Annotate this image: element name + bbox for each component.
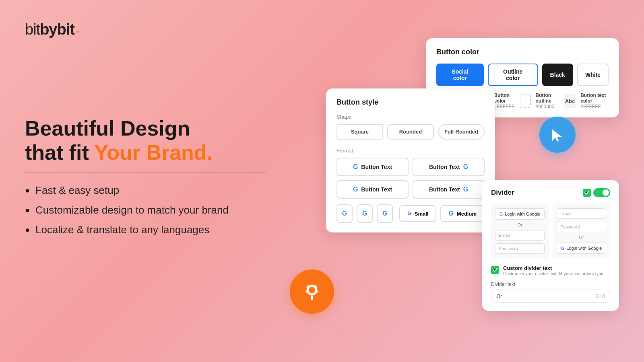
- custom-divider-title: Custom divider text: [503, 265, 603, 271]
- custom-divider-row: Custom divider text Customize your divid…: [491, 265, 610, 276]
- mini-password-right[interactable]: Password: [557, 222, 606, 232]
- g-icon-small: G: [407, 211, 411, 216]
- custom-divider-check-icon: [493, 268, 497, 272]
- medium-size-button[interactable]: G Medium: [440, 205, 485, 222]
- mini-panel-left: G Login with Google Or Email Password: [491, 204, 549, 259]
- mini-g-icon-left: G: [500, 212, 503, 216]
- feature-item-2: Customizable design to match your brand: [25, 204, 266, 216]
- svg-rect-2: [311, 296, 313, 300]
- social-color-button[interactable]: Social color: [436, 64, 484, 86]
- format-btn-4-text: Button Text: [429, 186, 460, 193]
- hero-section: Beautiful Design that fit Your Brand. Fa…: [25, 117, 266, 243]
- custom-divider-text: Custom divider text Customize your divid…: [503, 265, 603, 276]
- mini-or-right: Or: [557, 235, 606, 240]
- mini-g-icon-right: G: [561, 246, 565, 251]
- svg-point-3: [306, 286, 310, 289]
- format-label: Format: [336, 148, 485, 154]
- divider-text-input[interactable]: Or 2/10: [491, 290, 610, 303]
- divider-panel-header: Divider: [491, 188, 610, 197]
- shape-options: Square Rounded Full-Rounded: [336, 124, 485, 140]
- cursor-icon: [548, 125, 567, 144]
- logo-bit2: bit: [57, 21, 74, 38]
- divider-panel: Divider G Login with Google Or Email Pas…: [482, 180, 619, 311]
- divider-text-count: 2/10: [596, 294, 605, 299]
- button-color-info: Button color #FFFFFF: [494, 93, 515, 109]
- toggle-check-icon: [583, 189, 591, 197]
- feature-list: Fast & easy setup Customizable design to…: [25, 184, 266, 236]
- toggle-switch[interactable]: [593, 188, 610, 197]
- button-outline-info: Button outline #000000: [536, 93, 559, 109]
- mini-email-right[interactable]: Email: [557, 208, 606, 219]
- mini-email-left[interactable]: Email: [495, 230, 545, 241]
- cursor-icon-circle: [539, 117, 576, 153]
- hero-divider: [25, 172, 266, 173]
- medium-label: Medium: [457, 211, 477, 217]
- button-outline-label: Button outline: [536, 93, 559, 104]
- svg-point-4: [314, 286, 318, 289]
- g-icon-2: G: [463, 163, 468, 171]
- button-style-title: Button style: [336, 98, 485, 107]
- g-icon-3: G: [353, 186, 358, 193]
- small-label: Small: [415, 211, 429, 217]
- mini-google-text-left: Login with Google: [505, 212, 540, 216]
- format-btn-1-text: Button Text: [361, 164, 392, 170]
- small-size-button[interactable]: G Small: [399, 205, 436, 222]
- icon-only-btn-3[interactable]: G: [377, 204, 393, 223]
- custom-divider-checkbox[interactable]: [491, 266, 499, 274]
- black-color-button[interactable]: Black: [542, 64, 573, 86]
- button-color-title: Button color: [436, 48, 609, 56]
- shape-full-rounded-button[interactable]: Full-Rounded: [438, 124, 485, 140]
- painter-icon: [300, 280, 324, 303]
- icon-only-btn-2[interactable]: G: [357, 204, 373, 223]
- outline-color-button[interactable]: Outline color: [488, 64, 538, 86]
- button-color-label: Button color: [494, 93, 515, 104]
- g-icon-7: G: [382, 210, 387, 217]
- size-options: G G G G Small G Medium: [336, 204, 485, 223]
- button-outline-value: #000000: [536, 104, 559, 109]
- shape-label: Shape: [336, 114, 485, 120]
- shape-square-button[interactable]: Square: [336, 124, 383, 140]
- format-btn-1[interactable]: G Button Text: [336, 158, 409, 176]
- svg-point-6: [316, 290, 319, 293]
- mini-google-btn-left[interactable]: G Login with Google: [495, 208, 545, 220]
- g-icon-5: G: [342, 210, 347, 217]
- feature-item-1: Fast & easy setup: [25, 184, 266, 197]
- logo-bit1: bit: [25, 21, 40, 38]
- feature-item-3: Localize & translate to any languages: [25, 224, 266, 236]
- button-color-value: #FFFFFF: [494, 104, 515, 109]
- icon-only-btn-1[interactable]: G: [336, 204, 353, 223]
- g-icon-4: G: [463, 186, 468, 193]
- format-btn-4[interactable]: Button Text G: [413, 180, 485, 199]
- color-options: Social color Outline color Black White: [436, 64, 609, 86]
- checkmark-icon: [584, 191, 589, 195]
- g-icon-1: G: [353, 163, 358, 171]
- format-btn-2-text: Button Text: [429, 164, 460, 170]
- white-color-button[interactable]: White: [577, 64, 609, 86]
- size-buttons: G Small G Medium: [399, 205, 485, 222]
- svg-point-5: [305, 290, 308, 293]
- svg-point-1: [309, 287, 315, 293]
- logo-by: by: [40, 21, 57, 38]
- painter-icon-circle: [290, 269, 334, 314]
- g-icon-6: G: [362, 210, 367, 217]
- mini-or-left: Or: [495, 222, 545, 227]
- shape-rounded-button[interactable]: Rounded: [387, 124, 434, 140]
- divider-title: Divider: [491, 189, 514, 197]
- mini-google-text-right: Login with Google: [566, 246, 602, 251]
- divider-text-value: Or: [496, 293, 502, 299]
- button-style-panel: Button style Shape Square Rounded Full-R…: [326, 88, 495, 232]
- mini-google-btn-right[interactable]: G Login with Google: [557, 243, 606, 254]
- hero-title: Beautiful Design that fit Your Brand.: [25, 117, 266, 165]
- button-text-color-info: Button text color #FFFFFF: [580, 93, 609, 109]
- mini-panel-right: Email Password Or G Login with Google: [553, 204, 610, 259]
- format-btn-3[interactable]: G Button Text: [336, 180, 409, 199]
- button-text-color-swatch[interactable]: Abc: [564, 94, 576, 108]
- format-btn-2[interactable]: Button Text G: [413, 158, 485, 176]
- button-text-color-value: #FFFFFF: [580, 104, 609, 109]
- format-btn-3-text: Button Text: [361, 186, 392, 193]
- format-grid: G Button Text Button Text G G Button Tex…: [336, 158, 485, 199]
- custom-divider-description: Customize your divider text, fit your cu…: [503, 271, 603, 276]
- mini-password-left[interactable]: Password: [495, 243, 545, 254]
- button-outline-swatch[interactable]: [520, 94, 530, 108]
- divider-toggle[interactable]: [583, 188, 610, 197]
